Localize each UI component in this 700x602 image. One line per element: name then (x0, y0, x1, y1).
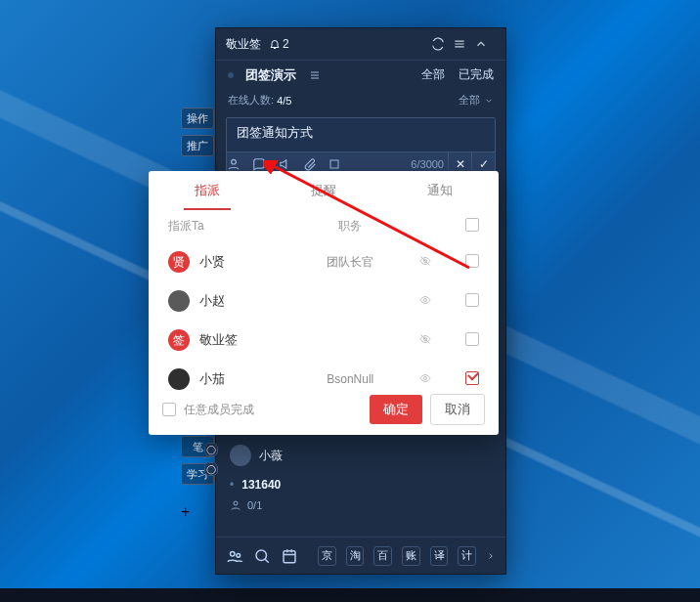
member-name: 敬业签 (199, 331, 238, 349)
svg-point-2 (234, 501, 238, 505)
assign-modal: 指派 提醒 通知 指派Ta 职务 贤小贤团队长官小赵签敬业签小茄BsonNull… (149, 171, 499, 435)
svg-point-12 (424, 376, 427, 379)
square-icon[interactable] (328, 158, 354, 170)
online-label: 在线人数: (228, 93, 274, 108)
menu-icon[interactable] (453, 37, 466, 51)
member-role: 团队长官 (300, 254, 401, 271)
chip-tao[interactable]: 淘 (346, 546, 365, 566)
member-name: 小贤 (199, 253, 225, 271)
chip-jing[interactable]: 京 (318, 546, 336, 566)
member-checkbox[interactable] (465, 254, 479, 268)
svg-point-5 (256, 550, 267, 561)
team-icon[interactable] (226, 547, 243, 565)
bell-icon[interactable]: 2 (269, 37, 289, 51)
list-item-sub: 0/1 (226, 497, 496, 519)
svg-rect-6 (284, 550, 295, 562)
visibility-icon[interactable] (401, 333, 450, 348)
sound-icon[interactable] (278, 157, 303, 171)
search-icon[interactable] (253, 547, 271, 565)
chip-yi[interactable]: 译 (430, 546, 449, 566)
note-input[interactable]: 团签通知方式 (227, 118, 495, 151)
notif-count: 2 (283, 37, 289, 51)
chip-bai[interactable]: 百 (373, 546, 392, 566)
modal-header-row: 指派Ta 职务 (149, 210, 499, 242)
attach-icon[interactable] (303, 157, 328, 171)
visibility-icon[interactable] (401, 255, 450, 270)
chip-ji[interactable]: 计 (458, 546, 476, 566)
chip-zhang[interactable]: 账 (402, 546, 420, 566)
col-role: 职务 (300, 218, 401, 235)
col-name: 指派Ta (168, 218, 300, 235)
tab-remind[interactable]: 提醒 (265, 171, 381, 210)
side-dot[interactable]: ◯ (204, 462, 218, 476)
member-row[interactable]: 小赵 (149, 281, 499, 321)
chevron-up-icon[interactable] (474, 37, 488, 51)
svg-rect-1 (330, 160, 338, 168)
filter-all[interactable]: 全部 (421, 66, 445, 83)
desktop: 操作 推广 笔 学习 + 敬业签 2 团签演示 全部 已完成 (0, 0, 700, 602)
titlebar: 敬业签 2 (216, 28, 505, 60)
avatar: 贤 (168, 251, 190, 273)
svg-point-3 (231, 551, 236, 556)
member-checkbox[interactable] (465, 371, 479, 385)
quickbar-add[interactable]: + (181, 503, 214, 521)
assign-icon[interactable] (227, 157, 252, 171)
member-row[interactable]: 签敬业签 (149, 321, 499, 360)
visibility-icon[interactable] (401, 294, 450, 309)
side-dot[interactable]: ◯ (204, 443, 218, 456)
note-list: ◯ ◯ 小薇 • 131640 0/1 (226, 439, 496, 519)
app-bottombar: 京 淘 百 账 译 计 (216, 537, 505, 574)
member-name: 小赵 (199, 292, 225, 310)
list-item-code: 131640 (241, 478, 281, 492)
calendar-icon[interactable] (281, 547, 298, 565)
scope-all[interactable]: 全部 (459, 93, 480, 108)
confirm-button[interactable]: 确定 (370, 395, 422, 424)
board-name[interactable]: 团签演示 (245, 66, 296, 84)
app-title: 敬业签 (226, 36, 261, 53)
cancel-button[interactable]: 取消 (430, 394, 485, 425)
check-all[interactable] (465, 218, 479, 232)
list-item[interactable]: • 131640 (226, 472, 496, 497)
member-checkbox[interactable] (465, 293, 479, 307)
any-member-checkbox[interactable] (162, 403, 176, 416)
quickbar-promo[interactable]: 推广 (181, 135, 214, 156)
board-header: 团签演示 全部 已完成 (216, 60, 505, 89)
avatar: 签 (168, 329, 190, 351)
avatar (168, 290, 190, 312)
chat-icon[interactable] (252, 157, 278, 171)
any-member-label: 任意成员完成 (184, 402, 254, 418)
chevron-down-icon (484, 96, 494, 106)
modal-footer: 任意成员完成 确定 取消 (149, 384, 499, 435)
list-icon[interactable] (308, 69, 322, 81)
svg-point-9 (424, 298, 427, 301)
tab-notify[interactable]: 通知 (382, 171, 499, 210)
avatar (230, 445, 251, 466)
tab-assign[interactable]: 指派 (149, 171, 265, 210)
online-value: 4/5 (277, 95, 291, 107)
list-item-name: 小薇 (259, 448, 283, 464)
svg-point-0 (232, 159, 237, 164)
svg-point-4 (237, 553, 241, 557)
taskbar (0, 588, 700, 602)
modal-tabs: 指派 提醒 通知 (149, 171, 499, 210)
board-dot-icon (228, 72, 234, 78)
online-line: 在线人数: 4/5 全部 (216, 89, 505, 115)
quickbar-op[interactable]: 操作 (181, 108, 214, 129)
chevron-right-icon[interactable] (486, 551, 496, 561)
list-item[interactable]: 小薇 (226, 439, 496, 472)
member-checkbox[interactable] (465, 332, 479, 346)
note-input-card: 团签通知方式 6/3000 ✕ ✓ (226, 117, 496, 176)
member-row[interactable]: 贤小贤团队长官 (149, 242, 499, 281)
sync-icon[interactable] (431, 37, 445, 51)
char-count: 6/3000 (411, 158, 448, 170)
filter-done[interactable]: 已完成 (459, 66, 494, 83)
